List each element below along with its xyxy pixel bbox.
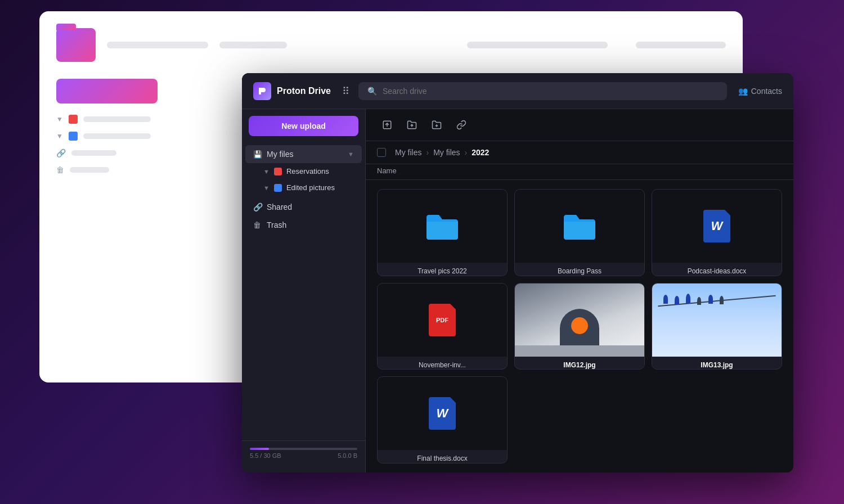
- file-name-podcast: Podcast-ideas.docx: [652, 263, 782, 276]
- shared-label: Shared: [267, 202, 354, 212]
- file-card-boarding-pass[interactable]: Boarding Pass: [514, 189, 645, 276]
- pdf-icon-november: PDF: [429, 304, 456, 336]
- file-card-img12[interactable]: IMG12.jpg: [514, 283, 645, 370]
- edited-pictures-folder-icon: [274, 184, 282, 192]
- word-icon-podcast: W: [703, 210, 730, 242]
- storage-bar: 5.5 / 30 GB 5.0.0 B: [242, 440, 365, 466]
- bg-new-upload: [56, 79, 158, 104]
- bg-bar-right: [636, 42, 726, 48]
- bg-bar-1: [107, 42, 208, 48]
- sub-chevron-icon: ▼: [263, 168, 270, 175]
- word-icon-thesis: W: [429, 397, 456, 430]
- brand-logo: Proton Drive: [253, 82, 331, 100]
- contacts-icon: 👥: [738, 87, 748, 96]
- search-bar[interactable]: 🔍: [358, 82, 727, 100]
- sidebar-item-reservations[interactable]: ▼ Reservations: [245, 163, 362, 179]
- file-name-img13: IMG13.jpg: [652, 357, 782, 370]
- file-card-november[interactable]: PDF November-inv...: [377, 283, 508, 370]
- search-icon: 🔍: [367, 87, 377, 96]
- my-files-label: My files: [267, 150, 343, 159]
- header-right: 👥 Contacts: [738, 87, 782, 96]
- file-preview-podcast: W: [652, 190, 782, 263]
- upload-folder-button[interactable]: [402, 115, 422, 135]
- get-link-button[interactable]: [451, 115, 472, 135]
- file-preview-november: PDF: [378, 284, 507, 357]
- bg-bar-search: [467, 42, 608, 48]
- brand-name: Proton Drive: [277, 86, 331, 96]
- modal-header: Proton Drive ⠿ 🔍 👥 Contacts: [242, 73, 793, 109]
- drive-icon: 💾: [253, 150, 262, 159]
- file-name-img12: IMG12.jpg: [515, 357, 644, 370]
- storage-used: 5.5 / 30 GB: [250, 452, 281, 459]
- bg-bar-2: [219, 42, 287, 48]
- new-folder-button[interactable]: [427, 115, 447, 135]
- shared-icon: 🔗: [253, 202, 262, 212]
- new-upload-button[interactable]: New upload: [249, 116, 358, 136]
- storage-fill: [250, 448, 269, 450]
- trash-icon: 🗑: [253, 220, 262, 230]
- file-card-img13[interactable]: IMG13.jpg: [652, 283, 782, 370]
- sidebar-spacer: [242, 234, 365, 440]
- folder-icon: [424, 212, 460, 241]
- file-preview-boarding-pass: [515, 190, 644, 263]
- file-preview-travel-pics: [378, 190, 507, 263]
- file-name-travel-pics: Travel pics 2022: [378, 263, 507, 276]
- column-header-row: Name: [366, 164, 793, 180]
- upload-file-button[interactable]: [377, 115, 397, 135]
- sidebar: New upload 💾 My files ▼ ▼ Reservations ▼…: [242, 109, 366, 472]
- search-input[interactable]: [383, 87, 718, 96]
- contacts-button[interactable]: 👥 Contacts: [738, 87, 782, 96]
- storage-file-size: 5.0.0 B: [338, 452, 357, 459]
- name-column-header: Name: [377, 166, 397, 175]
- sidebar-item-edited-pictures[interactable]: ▼ Edited pictures: [245, 179, 362, 196]
- trash-label: Trash: [267, 220, 354, 230]
- proton-icon: [253, 82, 271, 100]
- sub-chevron-icon-2: ▼: [263, 184, 270, 191]
- modal-body: New upload 💾 My files ▼ ▼ Reservations ▼…: [242, 109, 793, 472]
- breadcrumb: My files › My files › 2022: [366, 141, 793, 164]
- edited-pictures-label: Edited pictures: [286, 183, 335, 192]
- file-name-november: November-inv...: [378, 357, 507, 370]
- proton-drive-modal: Proton Drive ⠿ 🔍 👥 Contacts New upload 💾…: [242, 73, 793, 472]
- file-grid: Travel pics 2022 Boarding Pass: [366, 180, 793, 472]
- storage-track: [250, 448, 357, 450]
- reservations-label: Reservations: [286, 167, 329, 176]
- breadcrumb-current: 2022: [472, 148, 489, 157]
- folder-icon-2: [562, 212, 598, 241]
- reservations-folder-icon: [274, 168, 282, 176]
- sidebar-item-my-files[interactable]: 💾 My files ▼: [245, 145, 362, 163]
- file-card-travel-pics[interactable]: Travel pics 2022: [377, 189, 508, 276]
- main-content: My files › My files › 2022 Name: [366, 109, 793, 472]
- sidebar-item-shared[interactable]: 🔗 Shared: [245, 198, 362, 216]
- select-all-checkbox[interactable]: [377, 148, 386, 157]
- breadcrumb-my-files-1[interactable]: My files: [395, 148, 421, 157]
- file-name-thesis: Final thesis.docx: [378, 450, 507, 464]
- grid-icon[interactable]: ⠿: [342, 85, 349, 97]
- file-card-thesis[interactable]: W Final thesis.docx: [377, 376, 508, 464]
- bg-folder-icon: [56, 28, 96, 62]
- sidebar-my-files-section: 💾 My files ▼ ▼ Reservations ▼ Edited pic…: [242, 143, 365, 198]
- file-name-boarding-pass: Boarding Pass: [515, 263, 644, 276]
- storage-text: 5.5 / 30 GB 5.0.0 B: [250, 452, 357, 459]
- file-preview-thesis: W: [378, 377, 507, 450]
- file-preview-img12: [515, 284, 644, 357]
- breadcrumb-my-files-2[interactable]: My files: [433, 148, 460, 157]
- content-toolbar: [366, 109, 793, 141]
- file-card-podcast[interactable]: W Podcast-ideas.docx: [652, 189, 782, 276]
- sidebar-item-trash[interactable]: 🗑 Trash: [245, 216, 362, 234]
- chevron-icon: ▼: [348, 151, 354, 158]
- file-preview-img13: [652, 284, 782, 357]
